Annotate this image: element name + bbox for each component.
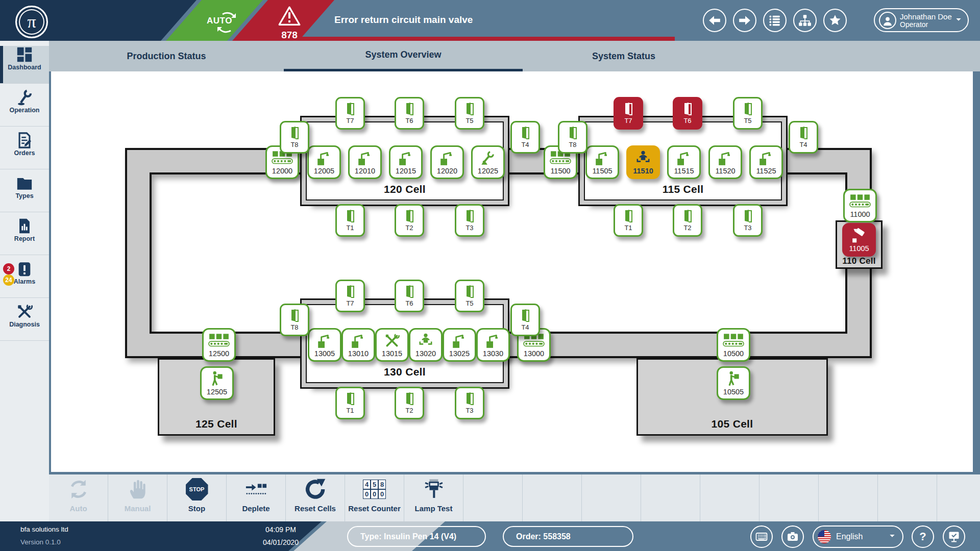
door-t7-0[interactable]: T7 [335, 97, 365, 130]
sidebar-item-report[interactable]: Report [0, 217, 49, 255]
sidebar-item-label: Dashboard [0, 64, 49, 71]
station-13015[interactable]: 13015 [375, 328, 409, 362]
sidebar-item-operation[interactable]: Operation [0, 89, 49, 127]
plant-hierarchy-button[interactable] [793, 9, 817, 32]
station-12005[interactable]: 12005 [307, 145, 341, 179]
door-t6-1[interactable]: T6 [395, 97, 424, 130]
cell-label: 130 Cell [307, 366, 503, 378]
status-bar: bfa solutions ltd Version 0.1.0 04:09 PM… [0, 521, 980, 551]
door-t5-18[interactable]: T5 [455, 280, 484, 312]
station-12015[interactable]: 12015 [389, 145, 423, 179]
station-11525[interactable]: 11525 [749, 145, 783, 179]
toolbar-reset-counter-button[interactable]: 458000Reset Counter [345, 474, 404, 521]
station-13025[interactable]: 13025 [443, 328, 476, 362]
toolbar-empty-slot [819, 474, 878, 521]
toolbar-deplete-button[interactable]: Deplete [227, 474, 286, 521]
toolbar-stop-button[interactable]: STOPStop [167, 474, 227, 521]
station-12500[interactable]: 12500 [202, 328, 236, 362]
station-label: 13005 [309, 349, 340, 358]
door-t7-8[interactable]: T7 [614, 97, 643, 130]
sidebar-item-types[interactable]: Types [0, 174, 49, 212]
door-t8-19[interactable]: T8 [280, 304, 309, 336]
tab-production-status[interactable]: Production Status [49, 41, 284, 71]
diagnosis-icon [16, 303, 33, 320]
favorites-button[interactable] [823, 9, 847, 32]
door-t1-5[interactable]: T1 [335, 204, 365, 237]
sidebar-item-label: Operation [0, 107, 49, 114]
door-icon [674, 98, 701, 117]
door-t4-4[interactable]: T4 [510, 121, 540, 154]
sidebar-item-alarms[interactable]: Alarms224 [0, 260, 49, 298]
station-12020[interactable]: 12020 [430, 145, 464, 179]
station-11520[interactable]: 11520 [708, 145, 742, 179]
door-icon [396, 388, 423, 407]
station-13010[interactable]: 13010 [341, 328, 375, 362]
door-t4-20[interactable]: T4 [510, 304, 540, 336]
station-11515[interactable]: 11515 [667, 145, 701, 179]
station-13030[interactable]: 13030 [476, 328, 510, 362]
toolbar-empty-slot [463, 474, 523, 521]
door-t8-3[interactable]: T8 [280, 121, 309, 154]
sidebar-item-diagnosis[interactable]: Diagnosis [0, 303, 49, 341]
screenshot-button[interactable] [781, 525, 804, 548]
back-arrow-button[interactable] [703, 9, 726, 32]
station-10505[interactable]: 10505 [717, 366, 750, 400]
toolbar-reset-cells-button[interactable]: Reset Cells [286, 474, 345, 521]
refresh-icon [49, 474, 108, 504]
keyboard-button[interactable] [750, 525, 773, 548]
door-icon [734, 206, 761, 224]
alarms-icon [16, 260, 33, 278]
toolbar-empty-slot [582, 474, 641, 521]
door-t5-2[interactable]: T5 [455, 97, 484, 130]
alarm-badge: 24 [3, 274, 14, 286]
user-menu[interactable]: Johnathan Doe Operator [874, 8, 969, 32]
door-t5-10[interactable]: T5 [733, 97, 763, 130]
user-avatar-icon [879, 12, 896, 29]
alarm-list-button[interactable] [763, 9, 787, 32]
toolbar-lamp-test-button[interactable]: Lamp Test [404, 474, 463, 521]
station-12010[interactable]: 12010 [348, 145, 382, 179]
order-pill[interactable]: Order: 558358 [503, 526, 633, 547]
door-t2-22[interactable]: T2 [395, 387, 424, 419]
door-t1-21[interactable]: T1 [335, 387, 365, 419]
station-11510[interactable]: 11510 [626, 145, 660, 179]
forward-arrow-button[interactable] [733, 9, 756, 32]
station-13005[interactable]: 13005 [308, 328, 341, 362]
station-12025[interactable]: 12025 [471, 145, 505, 179]
door-t8-11[interactable]: T8 [558, 121, 587, 154]
station-10500[interactable]: 10500 [717, 328, 750, 362]
door-t4-12[interactable]: T4 [789, 121, 818, 154]
door-label: T7 [337, 117, 363, 124]
door-icon [396, 98, 423, 117]
door-t6-17[interactable]: T6 [395, 280, 424, 312]
door-label: T4 [790, 141, 817, 148]
door-t7-16[interactable]: T7 [335, 280, 365, 312]
station-12505[interactable]: 12505 [200, 366, 234, 400]
tab-system-status[interactable]: System Status [523, 41, 725, 71]
door-label: T3 [456, 224, 483, 232]
sidebar-item-orders[interactable]: Orders [0, 132, 49, 169]
help-button[interactable]: ? [912, 525, 934, 548]
door-t3-23[interactable]: T3 [455, 387, 484, 419]
tab-system-overview[interactable]: System Overview [284, 41, 523, 71]
station-label: 10505 [718, 388, 749, 396]
station-11005[interactable]: 11005 [842, 223, 876, 257]
language-select[interactable]: English [813, 525, 903, 548]
warning-triangle-icon [278, 19, 301, 28]
door-t2-6[interactable]: T2 [395, 204, 424, 237]
signoff-button[interactable] [943, 525, 965, 548]
door-t3-15[interactable]: T3 [733, 204, 763, 237]
door-t6-9[interactable]: T6 [673, 97, 702, 130]
station-11505[interactable]: 11505 [585, 145, 619, 179]
door-t2-14[interactable]: T2 [673, 204, 702, 237]
door-label: T7 [615, 117, 642, 124]
door-label: T5 [456, 299, 483, 307]
alarm-count-badge[interactable]: 878 [272, 4, 307, 38]
toolbar-manual-button: Manual [108, 474, 167, 521]
door-t3-7[interactable]: T3 [455, 204, 484, 237]
product-type-pill[interactable]: Type: Insulin Pen 14 (V4) [347, 526, 486, 547]
sidebar-item-dashboard[interactable]: Dashboard [0, 46, 49, 84]
station-11000[interactable]: 11000 [843, 189, 877, 222]
station-13020[interactable]: 13020 [409, 328, 443, 362]
door-t1-13[interactable]: T1 [614, 204, 643, 237]
